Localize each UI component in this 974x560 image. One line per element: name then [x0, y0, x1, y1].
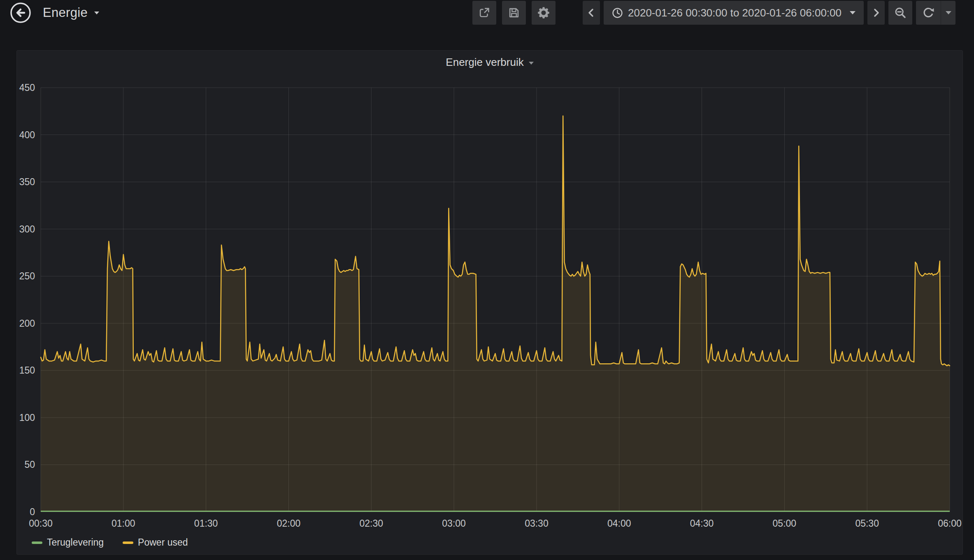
zoom-out-icon [894, 7, 907, 19]
svg-text:01:00: 01:00 [112, 518, 135, 529]
share-button[interactable] [472, 1, 496, 25]
time-range-picker-button[interactable]: 2020-01-26 00:30:00 to 2020-01-26 06:00:… [604, 1, 864, 25]
legend-label-teruglevering: Teruglevering [47, 537, 104, 548]
svg-text:450: 450 [19, 82, 35, 93]
top-navbar: Energie [0, 0, 974, 26]
back-arrow-icon [10, 2, 31, 23]
svg-text:100: 100 [19, 412, 35, 423]
svg-text:150: 150 [19, 365, 35, 376]
legend-swatch-teruglevering [32, 541, 42, 544]
svg-text:05:00: 05:00 [773, 518, 797, 529]
svg-text:04:00: 04:00 [607, 518, 631, 529]
refresh-icon [922, 7, 934, 19]
svg-text:06:00: 06:00 [938, 518, 962, 529]
back-button[interactable] [10, 2, 31, 23]
time-range-caret-icon [850, 11, 855, 14]
timeseries-chart[interactable]: 05010015020025030035040045000:3001:0001:… [17, 51, 963, 555]
svg-text:400: 400 [19, 130, 35, 140]
save-button[interactable] [502, 1, 526, 25]
refresh-button[interactable] [916, 1, 941, 25]
dashboard-title-caret-icon[interactable] [94, 12, 99, 14]
save-icon [508, 7, 520, 19]
svg-text:01:30: 01:30 [194, 518, 218, 529]
refresh-group [916, 1, 955, 25]
time-shift-forward-button[interactable] [867, 1, 885, 25]
graph-panel: Energie verbruik 05010015020025030035040… [16, 50, 963, 555]
svg-text:02:00: 02:00 [277, 518, 301, 529]
svg-text:03:00: 03:00 [442, 518, 466, 529]
time-shift-back-button[interactable] [583, 1, 600, 25]
svg-text:05:30: 05:30 [855, 518, 879, 529]
svg-text:250: 250 [19, 271, 35, 281]
time-controls: 2020-01-26 00:30:00 to 2020-01-26 06:00:… [583, 1, 955, 25]
svg-text:300: 300 [19, 224, 35, 235]
clock-icon [612, 7, 623, 19]
settings-button[interactable] [532, 1, 556, 25]
dashboard-title[interactable]: Energie [43, 5, 88, 20]
chevron-left-icon [586, 7, 597, 19]
svg-text:0: 0 [30, 507, 35, 517]
svg-text:02:30: 02:30 [359, 518, 383, 529]
chevron-right-icon [870, 7, 882, 19]
chart-legend: Teruglevering Power used [32, 537, 188, 548]
legend-swatch-power-used [123, 541, 133, 544]
svg-text:50: 50 [24, 459, 35, 470]
legend-label-power-used: Power used [138, 537, 188, 548]
zoom-out-button[interactable] [888, 1, 912, 25]
share-icon [478, 7, 490, 19]
dashboard-toolbar [472, 1, 556, 25]
refresh-interval-caret-icon [946, 11, 951, 14]
gear-icon [537, 6, 550, 19]
svg-text:00:30: 00:30 [29, 518, 53, 529]
svg-text:200: 200 [19, 318, 35, 329]
time-range-text: 2020-01-26 00:30:00 to 2020-01-26 06:00:… [628, 7, 841, 19]
svg-text:350: 350 [19, 177, 35, 187]
refresh-interval-dropdown[interactable] [941, 1, 955, 25]
legend-item-power-used[interactable]: Power used [123, 537, 188, 548]
svg-text:03:30: 03:30 [525, 518, 549, 529]
svg-text:04:30: 04:30 [690, 518, 714, 529]
legend-item-teruglevering[interactable]: Teruglevering [32, 537, 104, 548]
